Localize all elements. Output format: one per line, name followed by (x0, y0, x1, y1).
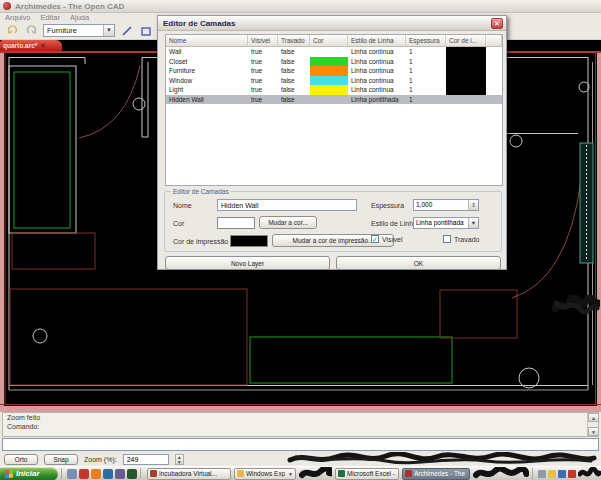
layer-row[interactable]: WalltruefalseLinha contínua1 (166, 47, 502, 57)
taskbar-separator (140, 468, 141, 479)
command-input[interactable] (2, 438, 599, 451)
menu-arquivo[interactable]: Arquivo (5, 13, 30, 22)
task-button[interactable]: Incubadora Virtual... (147, 468, 231, 480)
console-scrollbar[interactable]: ▲ ▼ (587, 413, 598, 436)
tray-icon[interactable] (538, 470, 546, 478)
layer-cell: Furniture (166, 66, 248, 76)
taskbar-separator (532, 468, 533, 479)
nome-input[interactable] (217, 199, 357, 211)
mudar-cor-button[interactable]: Mudar a cor... (259, 216, 317, 229)
color-swatch (310, 76, 348, 86)
orto-button[interactable]: Orto (4, 454, 38, 465)
layer-cell: Light (166, 85, 248, 95)
cor-label: Cor (173, 220, 184, 227)
censored-task-scribble (473, 467, 529, 480)
ok-button[interactable]: OK (336, 256, 501, 270)
visivel-checkbox[interactable]: ✓ Visível (371, 235, 403, 243)
line-tool-icon[interactable] (120, 24, 134, 37)
censored-scribble (286, 452, 598, 465)
layer-table-header: Nome Visível Travado Cor Estilo de Linha… (166, 35, 502, 47)
layer-row[interactable]: WindowtruefalseLinha contínua1 (166, 76, 502, 86)
task-button[interactable]: Microsoft Excel - h... (335, 468, 399, 480)
excel-icon (338, 470, 345, 477)
app-icon (3, 2, 11, 10)
document-tab[interactable]: quarto.arc* ✕ (0, 40, 62, 51)
layer-cell (310, 66, 348, 76)
windows-flag-icon (5, 469, 13, 478)
espessura-value: 1,000 (414, 200, 468, 210)
quick-launch-icon[interactable] (91, 469, 101, 479)
censored-task-scribble (299, 467, 332, 480)
col-nome[interactable]: Nome (166, 35, 248, 47)
quick-launch-icon[interactable] (79, 469, 89, 479)
system-tray (536, 470, 576, 478)
layer-cell: 1 (406, 85, 446, 95)
dialog-close-icon[interactable]: ✕ (491, 18, 503, 29)
tray-icon[interactable] (568, 470, 576, 478)
layer-select[interactable]: Furniture ▼ (43, 24, 115, 37)
color-swatch (310, 57, 348, 67)
menu-editar[interactable]: Editar (40, 13, 60, 22)
history-line: Zoom feito (3, 413, 598, 422)
tray-icon[interactable] (558, 470, 566, 478)
spinner-arrows-icon[interactable]: ⇕ (468, 200, 478, 210)
layer-cell: true (248, 95, 278, 105)
layer-row[interactable]: Hidden WalltruefalseLinha pontilhada1 (166, 95, 502, 105)
zoom-spinner-icon[interactable]: ▲▼ (175, 454, 184, 465)
tray-icon[interactable] (548, 470, 556, 478)
layer-cell (486, 95, 502, 105)
scroll-up-icon[interactable]: ▲ (588, 413, 599, 422)
col-cor-impressao[interactable]: Cor de i... (446, 35, 486, 47)
dialog-titlebar[interactable]: Editor de Camadas ✕ (158, 16, 506, 31)
zoom-label: Zoom (%): (84, 456, 117, 463)
col-cor[interactable]: Cor (310, 35, 348, 47)
layer-cell: false (278, 66, 310, 76)
layer-cell: false (278, 57, 310, 67)
quick-launch-icon[interactable] (67, 469, 77, 479)
layer-cell: Linha contínua (348, 47, 406, 57)
chevron-down-icon[interactable]: ▼ (103, 25, 114, 36)
rectangle-tool-icon[interactable] (139, 24, 153, 37)
layer-cell (486, 47, 502, 57)
task-button-label: Windows Expl... (246, 470, 285, 477)
dialog-title: Editor de Camadas (158, 19, 491, 28)
group-chevron-icon: ▼ (288, 471, 293, 477)
novo-layer-button[interactable]: Novo Layer (165, 256, 330, 270)
tab-close-icon[interactable]: ✕ (40, 42, 45, 50)
nome-label: Nome (173, 202, 192, 209)
quick-launch-icon[interactable] (115, 469, 125, 479)
col-filler (486, 35, 502, 47)
col-visivel[interactable]: Visível (248, 35, 278, 47)
col-travado[interactable]: Travado (278, 35, 310, 47)
estilo-value: Linha pontilhada (414, 218, 468, 228)
col-estilo[interactable]: Estilo de Linha (348, 35, 406, 47)
scroll-down-icon[interactable]: ▼ (588, 427, 599, 436)
snap-button[interactable]: Snap (44, 454, 78, 465)
undo-icon[interactable] (5, 24, 19, 37)
layer-cell (446, 85, 486, 95)
layer-row[interactable]: LighttruefalseLinha contínua1 (166, 85, 502, 95)
zoom-input[interactable] (123, 454, 169, 465)
taskbar-separator (61, 468, 62, 479)
checkbox-box-icon (443, 235, 451, 243)
menu-ajuda[interactable]: Ajuda (70, 13, 89, 22)
cor-swatch (217, 217, 255, 229)
espessura-spinner[interactable]: 1,000 ⇕ (413, 199, 479, 211)
travado-checkbox[interactable]: Travado (443, 235, 479, 243)
chevron-down-icon[interactable]: ▼ (468, 218, 478, 228)
start-button-label: Iniciar (16, 469, 40, 478)
layer-cell: 1 (406, 66, 446, 76)
layer-table-body: WalltruefalseLinha contínua1Closettruefa… (166, 47, 502, 104)
task-button-label: Archimedes - The ... (414, 470, 467, 477)
estilo-select[interactable]: Linha pontilhada ▼ (413, 217, 479, 229)
layer-row[interactable]: FurnituretruefalseLinha contínua1 (166, 66, 502, 76)
quick-launch-icon[interactable] (127, 469, 137, 479)
quick-launch-icon[interactable] (103, 469, 113, 479)
window-title: Archimedes - The Open CAD (15, 2, 124, 11)
task-button[interactable]: Windows Expl...▼ (234, 468, 296, 480)
start-button[interactable]: Iniciar (0, 467, 58, 480)
col-espessura[interactable]: Espessura (406, 35, 446, 47)
redo-icon[interactable] (24, 24, 38, 37)
layer-row[interactable]: ClosettruefalseLinha contínua1 (166, 57, 502, 67)
task-button[interactable]: Archimedes - The ... (402, 468, 470, 480)
